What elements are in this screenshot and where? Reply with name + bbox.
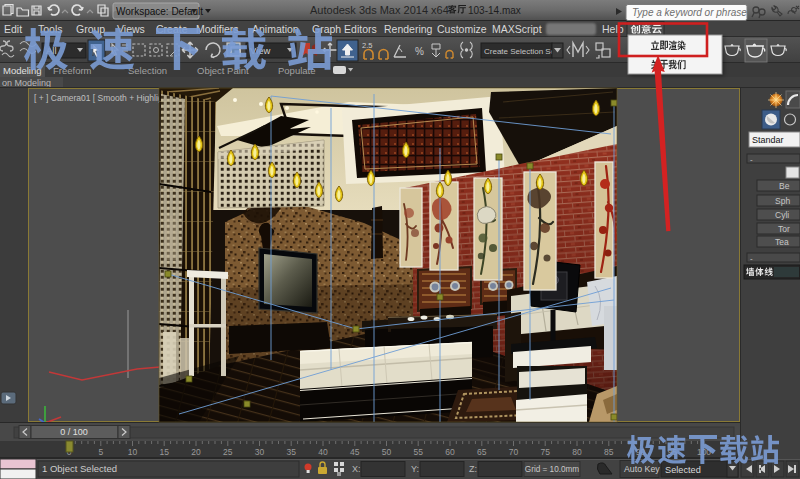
svg-text:Tea: Tea (775, 237, 789, 247)
svg-text:Modeling: Modeling (3, 65, 42, 76)
svg-text:Create Selection Se: Create Selection Se (484, 47, 556, 56)
svg-text:Y:: Y: (411, 464, 419, 474)
svg-text:Rendering: Rendering (384, 23, 433, 35)
svg-text:Group: Group (76, 23, 105, 35)
svg-text:Customize: Customize (437, 23, 487, 35)
svg-text:Edit: Edit (4, 23, 22, 35)
svg-text:50: 50 (382, 447, 392, 457)
svg-text:MAXScript: MAXScript (492, 23, 542, 35)
svg-text:15: 15 (159, 447, 169, 457)
svg-text:Selection: Selection (128, 65, 167, 76)
svg-text:Sph: Sph (775, 196, 790, 206)
svg-text:85: 85 (604, 447, 614, 457)
svg-text:5: 5 (98, 447, 103, 457)
svg-text:70: 70 (509, 447, 519, 457)
svg-text:45: 45 (350, 447, 360, 457)
svg-text:-: - (750, 155, 753, 164)
svg-text:X:: X: (352, 464, 361, 474)
svg-text:60: 60 (445, 447, 455, 457)
svg-text:%: % (415, 46, 424, 57)
svg-text:65: 65 (477, 447, 487, 457)
svg-text:Standar: Standar (752, 135, 784, 145)
svg-text:Selected: Selected (665, 465, 701, 475)
svg-text:55: 55 (413, 447, 423, 457)
svg-text:on Modeling: on Modeling (2, 78, 51, 88)
svg-text:25: 25 (223, 447, 233, 457)
svg-text:1 Object Selected: 1 Object Selected (42, 463, 117, 474)
svg-text:Cyli: Cyli (775, 210, 789, 220)
svg-text:103-14.max: 103-14.max (468, 5, 521, 16)
svg-text:Type a keyword or phrase: Type a keyword or phrase (632, 7, 747, 18)
svg-text:35: 35 (286, 447, 296, 457)
svg-text:Be: Be (779, 181, 790, 191)
svg-text:-: - (750, 254, 753, 263)
svg-text:[ + ] Camera01 [ Smooth + Hi: [ + ] Camera01 [ Smooth + Highlights ] (34, 93, 179, 103)
svg-text:0 / 100: 0 / 100 (60, 427, 88, 437)
svg-text:40: 40 (318, 447, 328, 457)
svg-text:20: 20 (191, 447, 201, 457)
svg-text:Auto Key: Auto Key (624, 464, 660, 474)
svg-text:75: 75 (540, 447, 550, 457)
svg-text:Tor: Tor (778, 224, 790, 234)
svg-text:2.5: 2.5 (362, 41, 372, 50)
svg-text:80: 80 (572, 447, 582, 457)
svg-text:30: 30 (255, 447, 265, 457)
svg-text:Graph Editors: Graph Editors (312, 23, 377, 35)
svg-text:Z:: Z: (469, 464, 477, 474)
svg-text:Grid = 10.0mm: Grid = 10.0mm (525, 465, 580, 474)
svg-text:10: 10 (128, 447, 138, 457)
svg-text:Workspace: Default: Workspace: Default (116, 6, 203, 17)
svg-text:Object Paint: Object Paint (197, 65, 249, 76)
svg-text:Autodesk 3ds Max 2014 x64: Autodesk 3ds Max 2014 x64 (310, 4, 449, 16)
